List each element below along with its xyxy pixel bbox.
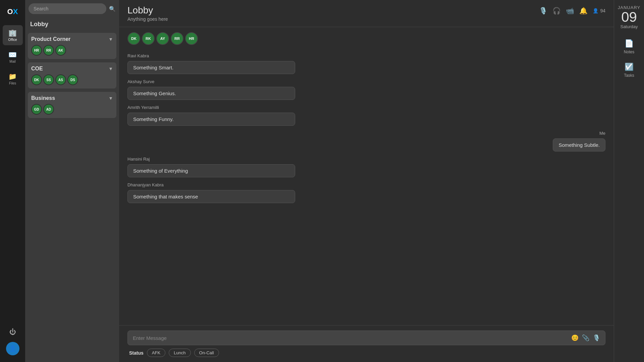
video-icon[interactable]: 📹: [566, 7, 574, 15]
channel-section-product-corner: Product Corner ▼ HR RR AK: [28, 33, 116, 59]
status-oncall-button[interactable]: On-Call: [194, 349, 219, 357]
headphone-icon[interactable]: 🎧: [552, 7, 561, 15]
chat-title-area: Lobby Anything goes here: [127, 5, 168, 22]
chat-header: Lobby Anything goes here 🎙️ 🎧 📹 🔔 👤 94: [119, 0, 614, 27]
participant-number: 94: [600, 8, 605, 13]
sidebar-item-mail[interactable]: ✉️ Mail: [3, 47, 23, 67]
message-bubble: Something that makes sense: [127, 190, 295, 203]
chat-title: Lobby: [127, 5, 168, 16]
message-sender: Akshay Surve: [127, 79, 605, 84]
channel-list-sidebar: 🔍 Lobby Product Corner ▼ HR RR AK COE ▼ …: [25, 0, 119, 362]
status-lunch-button[interactable]: Lunch: [169, 349, 191, 357]
message-sender: Me: [599, 131, 605, 136]
message-bubble: Something Smart.: [127, 61, 295, 74]
date-display: JANUARY 09 Saturday: [618, 5, 640, 29]
mail-icon: ✉️: [8, 51, 17, 59]
far-left-sidebar: OX 🏢 Office ✉️ Mail 📁 Files ⏻ 👤: [0, 0, 25, 362]
message-input-row: 😊 📎 🎙️: [127, 330, 605, 345]
tasks-icon: ☑️: [625, 63, 634, 71]
files-icon: 📁: [8, 72, 17, 80]
message-sender: Dhananjyan Kabra: [127, 182, 605, 187]
chat-header-actions: 🎙️ 🎧 📹 🔔 👤 94: [539, 5, 605, 15]
business-avatars: GD AD: [31, 104, 113, 115]
avatar: AK: [55, 45, 66, 56]
avatar: RR: [171, 32, 183, 45]
message-group: Ravi Kabra Something Smart.: [127, 53, 605, 74]
notes-label: Notes: [624, 50, 634, 54]
business-header[interactable]: Business ▼: [31, 95, 113, 101]
chevron-down-icon: ▼: [108, 96, 113, 101]
sidebar-item-mail-label: Mail: [9, 60, 15, 63]
power-button[interactable]: ⏻: [6, 325, 19, 339]
message-group: Akshay Surve Something Genius.: [127, 79, 605, 100]
product-corner-name: Product Corner: [31, 36, 70, 42]
message-sender: Ravi Kabra: [127, 53, 605, 58]
right-nav-tasks[interactable]: ☑️ Tasks: [616, 59, 642, 81]
chat-messages[interactable]: DK RK AY RR HR Ravi Kabra Something Smar…: [119, 27, 614, 325]
chat-input-area: 😊 📎 🎙️ Status AFK Lunch On-Call: [119, 325, 614, 362]
lobby-header[interactable]: Lobby: [25, 17, 119, 31]
channel-section-business: Business ▼ GD AD: [28, 92, 116, 118]
mic-icon[interactable]: 🎙️: [593, 334, 600, 342]
search-icon: 🔍: [109, 6, 116, 12]
coe-header[interactable]: COE ▼: [31, 66, 113, 72]
avatar: RR: [43, 45, 54, 56]
avatar: DK: [31, 74, 42, 85]
message-group-mine: Me Something Subtle.: [127, 131, 605, 152]
message-group: Dhananjyan Kabra Something that makes se…: [127, 182, 605, 203]
right-nav-notes[interactable]: 📄 Notes: [616, 36, 642, 58]
notes-icon: 📄: [625, 39, 634, 48]
right-sidebar: JANUARY 09 Saturday 📄 Notes ☑️ Tasks: [614, 0, 644, 362]
nav-bottom: ⏻ 👤: [6, 325, 19, 359]
avatar: HR: [185, 32, 198, 45]
coe-avatars: DK SS AS DS: [31, 74, 113, 85]
date-weekday: Saturday: [618, 24, 640, 29]
message-bubble: Something of Everything: [127, 164, 295, 177]
search-input[interactable]: [29, 3, 106, 14]
chevron-down-icon: ▼: [108, 37, 113, 42]
logo-text: OX: [7, 7, 18, 16]
message-input[interactable]: [133, 335, 568, 341]
message-group: Amrith Yerramilli Something Funny.: [127, 105, 605, 126]
chat-subtitle: Anything goes here: [127, 16, 168, 22]
message-bubble: Something Funny.: [127, 113, 295, 126]
search-bar: 🔍: [25, 0, 119, 17]
main-chat-area: Lobby Anything goes here 🎙️ 🎧 📹 🔔 👤 94 D…: [119, 0, 614, 362]
app-logo[interactable]: OX: [4, 3, 21, 20]
bell-icon[interactable]: 🔔: [579, 7, 588, 15]
product-corner-avatars: HR RR AK: [31, 45, 113, 56]
product-corner-header[interactable]: Product Corner ▼: [31, 36, 113, 42]
microphone-icon[interactable]: 🎙️: [539, 7, 547, 15]
avatar: DS: [67, 74, 78, 85]
sidebar-item-office[interactable]: 🏢 Office: [3, 25, 23, 45]
message-sender: Hansini Raj: [127, 157, 605, 162]
status-row: Status AFK Lunch On-Call: [127, 349, 605, 357]
business-name: Business: [31, 95, 55, 101]
message-group: Hansini Raj Something of Everything: [127, 157, 605, 177]
person-icon: 👤: [593, 8, 598, 13]
message-bubble: Something Genius.: [127, 87, 295, 100]
sidebar-item-files-label: Files: [9, 81, 16, 85]
avatar: RK: [142, 32, 155, 45]
emoji-icon[interactable]: 😊: [571, 334, 579, 342]
coe-name: COE: [31, 66, 43, 72]
status-afk-button[interactable]: AFK: [147, 349, 165, 357]
message-bubble: Something Subtle.: [553, 138, 605, 152]
avatar: DK: [127, 32, 140, 45]
date-day: 09: [618, 10, 640, 24]
avatar: AD: [43, 104, 54, 115]
chevron-down-icon: ▼: [108, 66, 113, 71]
sidebar-item-files[interactable]: 📁 Files: [3, 69, 23, 89]
avatar: AS: [55, 74, 66, 85]
status-label: Status: [129, 350, 144, 356]
attachment-icon[interactable]: 📎: [582, 334, 589, 342]
office-icon: 🏢: [8, 29, 17, 37]
sidebar-item-office-label: Office: [8, 38, 17, 42]
channel-section-coe: COE ▼ DK SS AS DS: [28, 62, 116, 88]
participant-count: 👤 94: [593, 8, 605, 13]
avatar: SS: [43, 74, 54, 85]
active-users-bar: DK RK AY RR HR: [127, 32, 605, 45]
avatar: HR: [31, 45, 42, 56]
avatar: GD: [31, 104, 42, 115]
user-avatar[interactable]: 👤: [6, 342, 19, 355]
